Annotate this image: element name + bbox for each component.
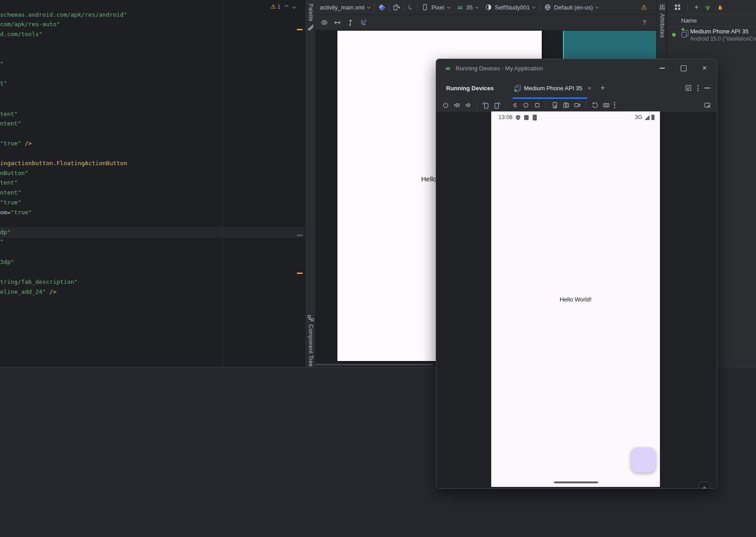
chevron-down-icon bbox=[532, 6, 535, 9]
hard-wrap-guide bbox=[222, 0, 223, 367]
extended-controls-icon[interactable] bbox=[614, 102, 615, 108]
orientation-icon[interactable] bbox=[393, 4, 400, 11]
add-device-tab-button[interactable]: + bbox=[600, 83, 605, 93]
palette-tab[interactable]: Palette bbox=[305, 4, 316, 31]
power-button-icon[interactable] bbox=[442, 102, 449, 109]
firebase-icon[interactable] bbox=[717, 4, 724, 11]
code-line[interactable]: " bbox=[0, 237, 4, 246]
device-os-version: Android 15.0 ("VanillaIceCrea bbox=[690, 36, 756, 42]
code-line[interactable]: tent" bbox=[0, 110, 18, 119]
code-line[interactable]: d.com/tools" bbox=[0, 30, 42, 39]
running-devices-titlebar[interactable]: Running Devices - My Application × bbox=[436, 59, 717, 77]
palette-tab-label: Palette bbox=[308, 4, 314, 21]
vertical-resize-icon[interactable] bbox=[347, 19, 354, 26]
device-settings-icon[interactable] bbox=[551, 102, 558, 109]
minimize-button[interactable] bbox=[656, 62, 668, 74]
rotation-degrees-icon[interactable] bbox=[360, 19, 367, 26]
chevron-down-icon bbox=[475, 6, 479, 9]
group-devices-icon[interactable] bbox=[674, 4, 681, 11]
hardware-input-icon[interactable] bbox=[603, 102, 610, 109]
night-mode-icon[interactable]: ☾ bbox=[406, 2, 415, 12]
code-line[interactable]: " bbox=[0, 60, 4, 69]
api-selector[interactable]: 35 bbox=[456, 4, 479, 11]
locale-selector[interactable]: Default (en-us) bbox=[544, 4, 599, 11]
device-tab-icon bbox=[515, 85, 521, 91]
device-row[interactable]: Medium Phone API 35 Android 15.0 ("Vanil… bbox=[667, 26, 756, 44]
navigation-handle[interactable] bbox=[554, 481, 598, 483]
xml-code-editor[interactable]: schemas.android.com/apk/res/android"com/… bbox=[0, 0, 305, 367]
code-line[interactable]: schemas.android.com/apk/res/android" bbox=[0, 10, 127, 19]
code-line[interactable]: dp" bbox=[0, 228, 10, 237]
running-devices-panel-label[interactable]: Running Devices bbox=[442, 85, 498, 92]
phone-icon bbox=[421, 4, 429, 11]
running-devices-window[interactable]: Running Devices - My Application × Runni… bbox=[436, 59, 717, 489]
device-tab-label: Medium Phone API 35 bbox=[524, 85, 582, 92]
device-tab[interactable]: Medium Phone API 35 × bbox=[512, 77, 594, 99]
volume-up-icon[interactable] bbox=[453, 102, 461, 109]
code-line[interactable]: ntent" bbox=[0, 188, 21, 197]
designer-file-name: activity_main.xml bbox=[320, 4, 364, 11]
reset-icon[interactable] bbox=[591, 102, 599, 109]
rotate-right-icon[interactable] bbox=[493, 102, 501, 109]
device-selector[interactable]: Pixel bbox=[421, 4, 450, 11]
next-problem-icon[interactable] bbox=[292, 5, 296, 8]
help-button[interactable]: ? bbox=[642, 19, 646, 26]
warning-count: 1 bbox=[277, 3, 281, 10]
designer-file-selector[interactable]: activity_main.xml bbox=[320, 4, 370, 11]
code-line[interactable]: eline_add_24" /> bbox=[0, 287, 56, 296]
design-blueprint-mode-icon[interactable] bbox=[378, 4, 385, 11]
scrollbar-caret-mark[interactable] bbox=[297, 235, 303, 236]
home-button-icon[interactable] bbox=[522, 102, 530, 109]
code-line[interactable]: tent" bbox=[0, 178, 18, 187]
fit-screen-icon[interactable] bbox=[704, 102, 711, 109]
inspections-widget[interactable]: ⚠ 1 bbox=[271, 3, 296, 10]
prev-problem-icon[interactable] bbox=[285, 5, 288, 8]
code-line[interactable]: tring/fab_description" bbox=[0, 278, 78, 287]
window-title: Running Devices - My Application bbox=[456, 65, 543, 72]
code-line[interactable]: com/apk/res-auto" bbox=[0, 20, 60, 29]
scrollbar-warning-mark[interactable] bbox=[297, 29, 303, 30]
running-devices-tabbar: Running Devices Medium Phone API 35 × + bbox=[436, 77, 717, 99]
dock-window-icon[interactable] bbox=[685, 84, 692, 92]
screen-record-icon[interactable] bbox=[574, 102, 581, 109]
code-line[interactable]: ingactionbutton.FloatingActionButton bbox=[0, 159, 127, 168]
maximize-button[interactable] bbox=[678, 62, 689, 74]
close-button[interactable]: × bbox=[699, 62, 710, 74]
theme-selector-label: SelfStudy001 bbox=[495, 4, 530, 11]
volume-down-icon[interactable] bbox=[465, 102, 472, 109]
pair-wifi-icon[interactable] bbox=[704, 4, 711, 11]
code-line[interactable]: t" bbox=[0, 79, 7, 88]
canvas-horizontal-scrollbar[interactable] bbox=[315, 364, 433, 366]
warning-icon: ⚠ bbox=[271, 3, 276, 10]
rotate-left-icon[interactable] bbox=[482, 102, 489, 109]
emulator-display-area: 13:08 3G Hello World! + bbox=[436, 111, 717, 489]
attributes-tab[interactable]: Attributes bbox=[657, 4, 667, 38]
code-line[interactable]: "true" /> bbox=[0, 139, 32, 148]
view-options-icon[interactable] bbox=[321, 19, 328, 26]
code-line[interactable]: ntent" bbox=[0, 119, 21, 128]
scrollbar-warning-mark[interactable] bbox=[297, 273, 303, 274]
code-line[interactable]: "true" bbox=[0, 198, 21, 207]
api-selector-label: 35 bbox=[466, 4, 473, 11]
screenshot-icon[interactable] bbox=[562, 102, 570, 109]
floating-action-button[interactable] bbox=[631, 447, 656, 472]
close-tab-icon[interactable]: × bbox=[588, 85, 591, 92]
globe-icon bbox=[544, 4, 551, 11]
component-tree-tab[interactable]: Component Tree bbox=[305, 315, 316, 367]
code-line[interactable]: 3dp" bbox=[0, 258, 14, 267]
hide-window-icon[interactable] bbox=[704, 88, 710, 88]
overview-button-icon[interactable] bbox=[534, 102, 541, 109]
horizontal-resize-icon[interactable] bbox=[334, 19, 341, 26]
caret-line-highlight bbox=[0, 227, 305, 238]
back-button-icon[interactable] bbox=[511, 102, 518, 109]
code-line[interactable]: nButton" bbox=[0, 169, 28, 178]
emulator-screen[interactable]: 13:08 3G Hello World! bbox=[491, 111, 660, 487]
zoom-in-button[interactable]: + bbox=[702, 485, 706, 489]
layout-warning-icon[interactable]: ⚠ bbox=[641, 4, 647, 11]
more-options-icon[interactable] bbox=[697, 85, 699, 91]
android-studio-root: schemas.android.com/apk/res/android"com/… bbox=[0, 0, 756, 537]
code-line[interactable]: om="true" bbox=[0, 208, 32, 217]
add-device-button[interactable]: + bbox=[694, 4, 699, 11]
chevron-down-icon bbox=[595, 6, 599, 9]
theme-selector[interactable]: SelfStudy001 bbox=[485, 4, 535, 11]
